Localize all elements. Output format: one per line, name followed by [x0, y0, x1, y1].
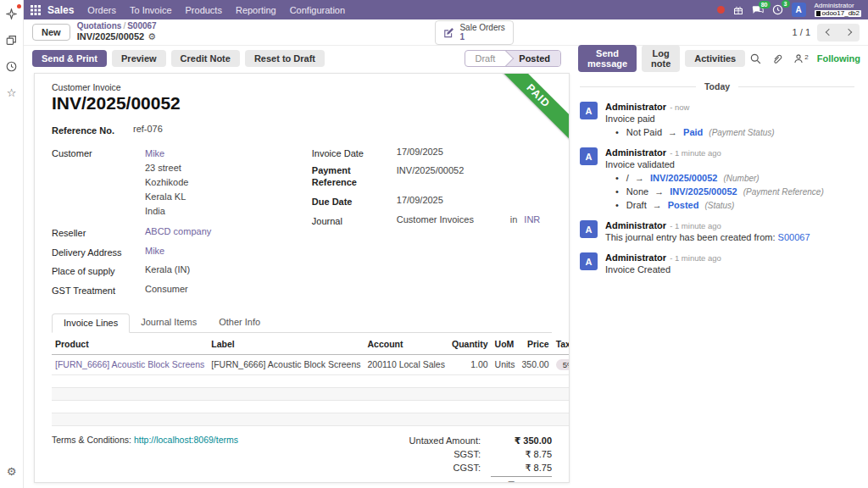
invoice-number-title: INV/2025/00052 [52, 93, 552, 114]
menu-configuration[interactable]: Configuration [290, 5, 345, 15]
message-author[interactable]: Administrator [605, 252, 666, 263]
pager-next-button[interactable] [838, 24, 860, 42]
line-uom: Units [492, 354, 519, 374]
col-quantity[interactable]: Quantity [448, 335, 492, 355]
ai-sparkle-icon[interactable] [5, 7, 19, 20]
document-type-label: Customer Invoice [52, 82, 552, 92]
col-label[interactable]: Label [208, 335, 364, 355]
breadcrumb-sale-order[interactable]: S00067 [127, 21, 156, 30]
gst-treatment-value[interactable]: Consumer [145, 284, 188, 296]
sale-orders-stat-button[interactable]: Sale Orders 1 [435, 20, 513, 45]
message-time: 1 minute ago [675, 221, 721, 230]
tracking-new-value[interactable]: INV/2025/00052 [670, 186, 737, 197]
total-value: ₹ 367.50 [491, 476, 552, 483]
avatar[interactable]: A [580, 147, 598, 165]
col-price[interactable]: Price [519, 335, 553, 355]
line-price: 350.00 [519, 354, 553, 374]
notebook-tabs: Invoice Lines Journal Items Other Info [52, 313, 552, 333]
invoice-date-value[interactable]: 17/09/2025 [397, 147, 443, 158]
app-window: ☆ ⚙ Sales Orders To Invoice Products Rep… [0, 0, 868, 488]
terms-and-conditions: Terms & Conditions: http://localhost:806… [52, 435, 238, 483]
journal-currency-link[interactable]: INR [524, 214, 540, 226]
tab-journal-items[interactable]: Journal Items [130, 313, 208, 332]
breadcrumb: Quotations/S00067 INV/2025/00052 ⚙ [77, 21, 157, 42]
menu-reporting[interactable]: Reporting [236, 5, 276, 15]
user-avatar[interactable]: A [792, 3, 806, 17]
chatter-toolbar: Send message Log note Activities 2 [578, 46, 856, 71]
place-of-supply-value[interactable]: Kerala (IN) [145, 264, 190, 276]
gift-icon[interactable] [733, 5, 743, 15]
col-account[interactable]: Account [364, 335, 448, 355]
tab-invoice-lines[interactable]: Invoice Lines [52, 313, 130, 333]
message-author[interactable]: Administrator [605, 147, 666, 158]
following-button[interactable]: Following [817, 53, 860, 64]
col-product[interactable]: Product [52, 335, 208, 355]
reseller-link[interactable]: ABCD company [145, 226, 211, 238]
star-icon[interactable]: ☆ [5, 86, 19, 99]
invoice-line-row[interactable]: [FURN_6666] Acoustic Block Screens [FURN… [52, 354, 570, 374]
apps-grid-icon[interactable] [31, 5, 41, 15]
tab-other-info[interactable]: Other Info [208, 313, 271, 332]
terms-link[interactable]: http://localhost:8069/terms [134, 435, 238, 445]
user-menu[interactable]: Administrator odoo17_db2 [815, 3, 862, 18]
invoice-sheet: PAID Customer Invoice INV/2025/00052 Ref… [34, 73, 570, 483]
customer-address-line: India [145, 206, 165, 216]
record-dot-icon[interactable] [717, 6, 725, 14]
message-text: Invoice paid [605, 114, 775, 124]
avatar[interactable]: A [580, 220, 598, 238]
avatar[interactable]: A [580, 252, 598, 270]
menu-products[interactable]: Products [186, 5, 222, 15]
left-rail: ☆ ⚙ [0, 0, 24, 488]
line-product-link[interactable]: [FURN_6666] Acoustic Block Screens [55, 359, 204, 369]
followers-icon[interactable]: 2 [793, 53, 808, 64]
invoice-lines-table: Product Label Account Quantity UoM Price… [52, 335, 570, 426]
message-author[interactable]: Administrator [605, 102, 666, 112]
chatter-message: A Administrator- now Invoice paid Not Pa… [580, 102, 854, 137]
activities-button[interactable]: Activities [685, 50, 745, 67]
log-note-button[interactable]: Log note [642, 45, 680, 72]
send-print-button[interactable]: Send & Print [32, 50, 107, 67]
windows-icon[interactable] [5, 33, 19, 47]
empty-row [52, 387, 570, 400]
activities-badge: 3 [782, 0, 790, 8]
pager-previous-button[interactable] [817, 24, 838, 42]
settings-gear-icon[interactable]: ⚙ [5, 464, 19, 478]
clock-icon[interactable] [5, 59, 19, 73]
menu-to-invoice[interactable]: To Invoice [130, 5, 172, 15]
menu-orders[interactable]: Orders [87, 5, 116, 15]
nav-menu: Orders To Invoice Products Reporting Con… [87, 5, 345, 15]
source-order-link[interactable]: S00067 [778, 232, 810, 242]
activities-icon[interactable]: 3 [772, 4, 783, 15]
customer-address-line: 23 street [145, 163, 181, 173]
gst-treatment-field: GST Treatment Consumer [52, 284, 312, 296]
preview-button[interactable]: Preview [112, 50, 166, 67]
breadcrumb-quotations[interactable]: Quotations [77, 21, 122, 30]
new-button[interactable]: New [32, 24, 70, 41]
status-posted[interactable]: Posted [504, 51, 560, 66]
reference-value[interactable]: ref-076 [133, 124, 163, 136]
delivery-address-link[interactable]: Mike [145, 246, 164, 258]
credit-note-button[interactable]: Credit Note [171, 50, 240, 67]
send-message-button[interactable]: Send message [578, 45, 637, 72]
chatter-message: A Administrator- 1 minute ago This journ… [580, 220, 854, 242]
col-taxes[interactable]: Taxes [553, 335, 570, 355]
customer-address-line: Kozhikode [145, 177, 188, 187]
record-actions-gear-icon[interactable]: ⚙ [147, 31, 156, 42]
reset-to-draft-button[interactable]: Reset to Draft [245, 50, 325, 67]
journal-value[interactable]: Customer Invoices [397, 214, 504, 226]
attachments-icon[interactable] [772, 53, 782, 64]
due-date-value[interactable]: 17/09/2025 [397, 195, 443, 207]
app-name[interactable]: Sales [47, 4, 74, 16]
payment-reference-value[interactable]: INV/2025/00052 [397, 165, 465, 187]
form-column: Send & Print Preview Credit Note Reset t… [24, 46, 570, 488]
tracking-new-value[interactable]: INV/2025/00052 [650, 173, 718, 183]
date-divider: Today [580, 81, 854, 92]
messages-badge: 80 [759, 1, 771, 8]
avatar[interactable]: A [580, 102, 598, 119]
cgst-row: CGST: ₹ 8.75 [357, 462, 552, 475]
messages-icon[interactable]: 80 [752, 5, 764, 15]
message-author[interactable]: Administrator [605, 220, 666, 230]
col-uom[interactable]: UoM [492, 335, 519, 355]
search-messages-icon[interactable] [750, 53, 761, 64]
customer-link[interactable]: Mike [145, 148, 164, 158]
